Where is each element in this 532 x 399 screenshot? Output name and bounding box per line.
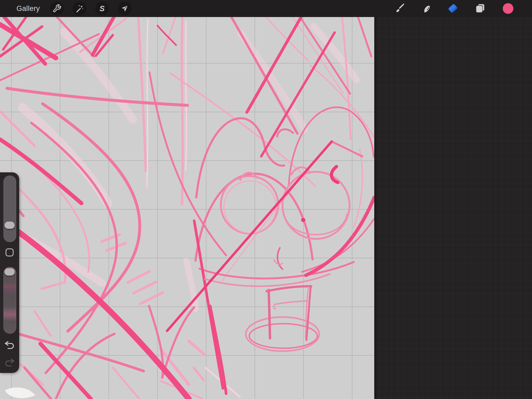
adjustments-button[interactable] <box>73 2 86 15</box>
selection-button[interactable]: S <box>95 2 109 15</box>
gallery-button[interactable]: Gallery <box>15 4 41 13</box>
opacity-handle[interactable] <box>5 268 15 276</box>
magic-wand-icon <box>75 4 84 13</box>
color-swatch <box>503 3 513 14</box>
actions-button[interactable] <box>50 2 64 15</box>
drawing-canvas[interactable] <box>0 17 374 399</box>
color-button[interactable] <box>502 2 514 15</box>
top-toolbar: Gallery S <box>0 0 532 17</box>
smudge-finger-icon <box>421 2 433 15</box>
redo-icon <box>4 365 15 369</box>
sketch-svg <box>0 17 374 399</box>
modify-button[interactable] <box>6 248 14 256</box>
opacity-slider[interactable] <box>3 267 16 334</box>
procreate-screen: Gallery S <box>0 0 532 399</box>
transform-button[interactable] <box>118 2 132 15</box>
undo-icon <box>4 347 15 351</box>
layers-button[interactable] <box>474 2 486 15</box>
layers-icon <box>474 2 486 15</box>
brush-size-slider[interactable] <box>3 176 16 242</box>
wrench-icon <box>52 4 61 13</box>
smudge-tool-button[interactable] <box>421 2 433 15</box>
brush-size-handle[interactable] <box>5 222 15 229</box>
paint-tool-button[interactable] <box>394 2 406 15</box>
s-curve-icon: S <box>99 5 105 13</box>
brush-icon <box>394 2 406 15</box>
redo-button[interactable] <box>4 358 15 368</box>
undo-button[interactable] <box>4 340 15 351</box>
eraser-icon <box>447 2 459 15</box>
sidebar-controls <box>0 172 19 373</box>
arrow-icon <box>120 4 129 13</box>
erase-tool-button[interactable] <box>447 2 459 15</box>
